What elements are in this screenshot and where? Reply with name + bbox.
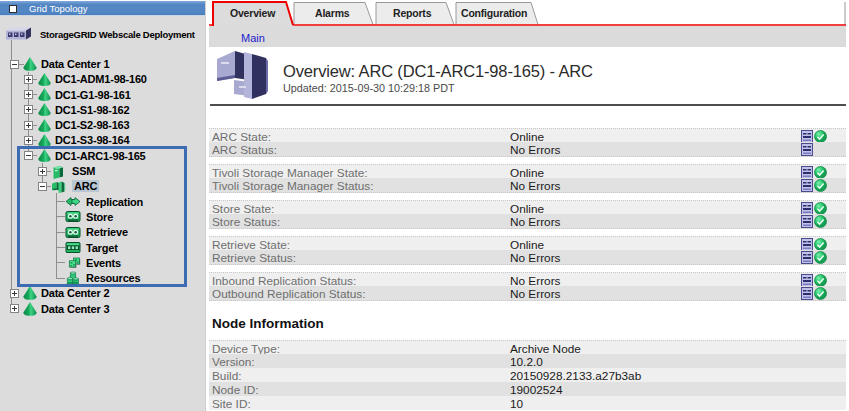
svg-text:Reports: Reports [393,7,432,19]
svg-text:Configuration: Configuration [461,7,527,19]
svg-text:Alarms: Alarms [315,7,350,19]
svg-text:Overview: Overview [230,7,276,19]
